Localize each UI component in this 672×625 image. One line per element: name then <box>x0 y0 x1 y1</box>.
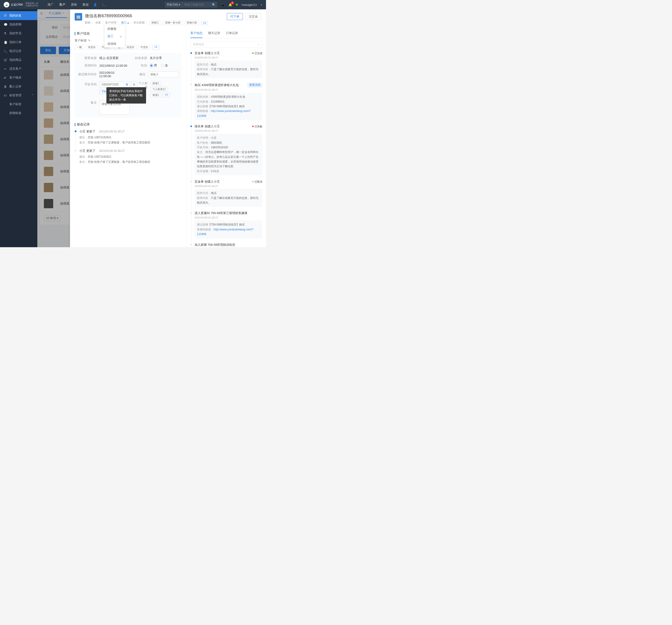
wechat-input[interactable] <box>148 72 178 77</box>
logo: ☁ 云朵CRM 教育机构一站式服务云平台 <box>4 2 38 7</box>
rtab-activity[interactable]: 客户动态 <box>190 31 202 38</box>
sidebar: ⏱我的好友 💬我的群聊 ⚗我的学员 📋我的订单 📞电话记录 🛒我的商品 ↪流失客… <box>0 9 37 247</box>
logo-text: 云朵CRM <box>11 3 23 7</box>
logo-icon: ☁ <box>4 2 9 7</box>
notification-badge: 5 <box>231 2 234 4</box>
activity-card: 跟单方式：电话跟单内容：只是了解在线教育方面的信息，暂时无购买意向。 <box>195 60 262 78</box>
gender-male-radio[interactable]: 男 <box>150 64 157 68</box>
mobile-icon[interactable]: 📱 <box>221 3 225 6</box>
chevron-down-icon[interactable]: ▾ <box>261 3 262 6</box>
personal-tag[interactable]: 个人标签12 <box>150 87 168 92</box>
topbar: ☁ 云朵CRM 教育机构一站式服务云平台 推广 客户 质检 数据 👤 📞 手机号… <box>0 0 266 9</box>
swap-icon: ⇄ <box>4 76 7 79</box>
phone-input[interactable]: 13241672152⊞ <box>99 81 130 88</box>
tag[interactable]: 一般 <box>75 45 84 49</box>
copy-icon[interactable]: ⎘ <box>131 81 137 88</box>
tag[interactable]: 高意向 <box>86 45 98 49</box>
tag[interactable]: 高意向 <box>125 45 137 49</box>
source-value: 线上-北京昱新 <box>99 56 119 60</box>
sidebar-item-tags[interactable]: 🏷标签管理˄ <box>0 91 37 100</box>
activity-filter[interactable]: 全部动态⌄ <box>190 41 262 48</box>
search-input[interactable] <box>182 3 210 6</box>
mod-record-item: 小王 更新了 2021/01/30 01:38:27 微信：空值-1367218… <box>79 149 182 168</box>
gender-female-radio[interactable]: 女 <box>161 64 168 68</box>
activity-title: 购买 4399理财课进阶课程大礼包 <box>195 83 239 87</box>
user-icon[interactable]: 👤 <box>93 3 97 6</box>
activity-card: 跟单方式：电话跟单内容：只是了解在线教育方面的信息，暂时无购买意向。 <box>195 189 262 207</box>
manager-select[interactable]: 张三 ▴ <box>121 21 129 25</box>
sidebar-item-groups[interactable]: 💬我的群聊 <box>0 20 37 29</box>
sidebar-item-friends[interactable]: ⏱我的好友 <box>0 11 37 20</box>
activity-item: 购买 4399理财课进阶课程大礼包查看详情 2021/01/30 01:38:2… <box>190 82 262 120</box>
activity-title: 定金单 创建人小王 <box>195 180 220 184</box>
nav-customer[interactable]: 客户 <box>59 3 65 7</box>
search-icon[interactable]: 🔍 <box>210 3 217 6</box>
activity-card: 课程名称：4399理财课进阶课程大礼包已付款项：2218989元通过群聊【759… <box>195 93 262 120</box>
activity-status: 已失败 <box>252 125 262 128</box>
tag[interactable]: 中意向 <box>138 45 150 49</box>
search-box: 手机号码▾ 🔍 <box>165 2 217 8</box>
activity-date: 2020/01/30 01:38:27 <box>195 185 262 188</box>
sidebar-sub-group-tags[interactable]: 群聊标签 <box>0 109 37 118</box>
top-icons: 👤 📞 <box>93 3 105 6</box>
check-icon: ✓ <box>120 35 122 38</box>
dropdown-option[interactable]: 俱保咏 <box>104 40 125 48</box>
nav-promo[interactable]: 推广 <box>48 3 54 7</box>
dropdown-option-selected[interactable]: 张三✓ <box>104 33 125 40</box>
activity-dot <box>190 212 192 214</box>
activity-dot <box>190 125 192 127</box>
rtab-chat[interactable]: 聊天记录 <box>208 31 220 38</box>
sidebar-item-products[interactable]: 🛒我的商品 <box>0 55 37 65</box>
sidebar-item-calls[interactable]: 📞电话记录 <box>0 47 37 55</box>
activity-title: 定金单 创建人小王 <box>195 51 220 55</box>
sidebar-sub-customer-tags[interactable]: 客户标签 <box>0 100 37 109</box>
activity-date: 2021/01/30 01:38:27 <box>195 89 262 91</box>
add-time: 2021/09/10 12:00:00 <box>99 64 127 67</box>
tag-more[interactable]: +4 <box>152 45 159 49</box>
activity-title: 进入直播间 759-59班第三期理财直播课 <box>195 211 247 215</box>
sidebar-item-orders[interactable]: 📋我的订单 <box>0 38 37 47</box>
customer-tags: 一般 高意向 中意向 一般 高意向 中意向 +4 <box>75 45 182 49</box>
activity-date: 2021/01/30 01:38:27 <box>195 216 262 219</box>
nav-qc[interactable]: 质检 <box>71 3 77 7</box>
personal-tag-more[interactable]: +4 <box>163 93 170 97</box>
edit-icon[interactable]: ✎ <box>88 39 91 42</box>
info-grid: 获客来源线上-北京昱新 好友来源名片分享 添加时间2021/09/10 12:0… <box>75 53 182 118</box>
phone-icon[interactable]: 📞 <box>102 3 105 6</box>
manager-dropdown: 师馨薇 张三✓ 俱保咏 <box>104 25 125 48</box>
group-chip[interactable]: 群聊三 <box>149 21 161 25</box>
activity-date: 2020/01/30 01:38:27 <box>195 56 262 59</box>
group-chip[interactable]: 群聊一群大群 <box>163 21 183 25</box>
deposit-button[interactable]: 交定金 <box>245 13 261 20</box>
activity-dot <box>190 52 192 54</box>
personal-tag[interactable]: 标签1 <box>150 93 161 97</box>
sidebar-item-deleted[interactable]: 🗑删人记录 <box>0 82 37 91</box>
sidebar-item-students[interactable]: ⚗我的学员 <box>0 29 37 38</box>
bell-icon[interactable]: 🔔5 <box>229 3 232 6</box>
activity-item: 定金单 创建人小王已完成 2020/01/30 01:38:27 跟单方式：电话… <box>190 51 262 78</box>
personal-tag[interactable]: 标签1 <box>150 81 161 85</box>
merge-icon[interactable]: ⊞ <box>126 83 128 86</box>
sidebar-item-lost[interactable]: ↪流失客户 <box>0 65 37 73</box>
sidebar-item-inherit[interactable]: ⇄客户继承 <box>0 73 37 82</box>
section-customer-info: 客户信息 <box>77 31 90 36</box>
group-more[interactable]: +4 <box>201 21 208 25</box>
username[interactable]: manager11 <box>241 3 257 6</box>
chevron-down-icon: ⌄ <box>257 43 260 46</box>
dropdown-option[interactable]: 师馨薇 <box>104 25 125 33</box>
activity-dot <box>190 244 192 245</box>
mod-record-item: 小王 更新了 2021/01/30 01:38:27 微信：空值-1367218… <box>79 129 182 149</box>
rtab-orders[interactable]: 订单记录 <box>226 31 238 38</box>
view-details-link[interactable]: 查看详情 <box>247 82 262 88</box>
search-type-select[interactable]: 手机号码▾ <box>165 2 182 8</box>
timeline-dot <box>75 150 76 152</box>
activity-status: 已取消 <box>252 180 262 183</box>
chat-icon: 💬 <box>4 23 7 26</box>
activity-card: 通过群聊【759-59班理财训练营】购买直播间链接：http://www.yun… <box>195 220 262 238</box>
nav-data[interactable]: 数据 <box>82 3 89 7</box>
proxy-order-button[interactable]: 代下单 <box>227 13 243 20</box>
top-nav: 推广 客户 质检 数据 <box>48 3 89 7</box>
right-tabs: 客户动态 聊天记录 订单记录 <box>190 29 262 38</box>
activity-item: 报名单 创建人小王已失败 2020/01/30 01:38:27 客户经理：小王… <box>190 124 262 175</box>
group-chip[interactable]: 群聊六群 <box>185 21 199 25</box>
